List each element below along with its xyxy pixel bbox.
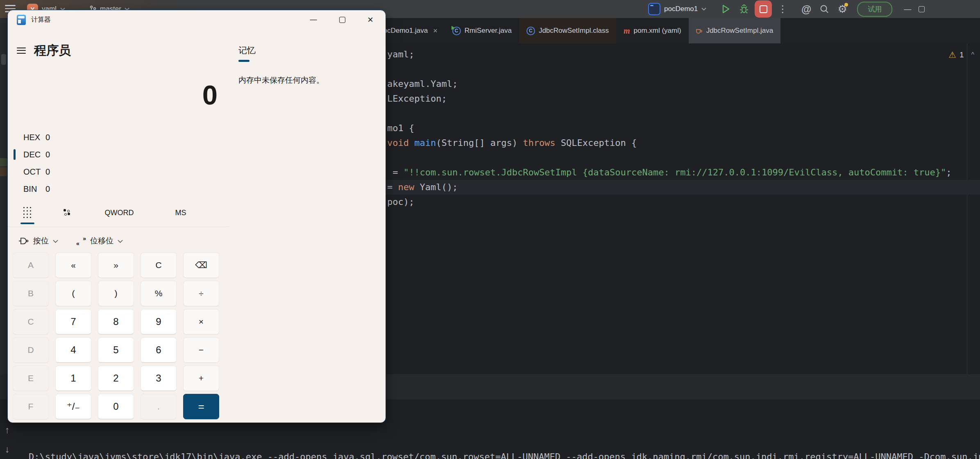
calc-menu-icon[interactable] [15, 45, 27, 57]
maximize-icon [919, 6, 925, 12]
key-backspace[interactable]: ⌫ [183, 252, 219, 278]
key-b: B [13, 281, 49, 306]
calculator-titlebar[interactable]: 计算器 — × [8, 10, 386, 29]
key-1[interactable]: 1 [55, 366, 91, 391]
key-9[interactable]: 9 [141, 309, 177, 334]
active-toggle-underline [20, 223, 34, 225]
key-a: A [13, 252, 49, 278]
at-icon: @ [801, 3, 811, 15]
memory-tab[interactable]: 记忆 [238, 45, 256, 62]
tab-jdbcrowsetimpl-java[interactable]: JdbcRowSetImpl.java [689, 18, 780, 43]
calc-maximize-button[interactable] [333, 10, 352, 29]
key-shift-left[interactable]: « [55, 252, 91, 278]
maven-icon: m [624, 26, 630, 36]
run-config-name: pocDemo1 [664, 5, 698, 13]
more-actions-button[interactable]: ⋮ [774, 0, 792, 18]
code-line: yaml; [387, 47, 952, 62]
code-line [387, 106, 952, 121]
tab-label: JdbcRowSetImpl.java [706, 27, 773, 35]
tab-jdbcrowsetimpl-class[interactable]: CJdbcRowSetImpl.class [519, 18, 616, 43]
bitshift-dropdown[interactable]: »« 位移位 [76, 236, 123, 246]
run-configuration-selector[interactable]: pocDemo1 [648, 3, 706, 15]
key-shift-right[interactable]: » [98, 252, 134, 278]
chevron-up-icon[interactable]: ^ [971, 51, 974, 59]
toolbar-right: pocDemo1 ⋮ @ ⚙ [648, 0, 928, 18]
code-line: void main(String[] args) throws SQLExcep… [387, 136, 952, 150]
play-icon [722, 5, 730, 14]
radix-label: OCT [23, 167, 45, 177]
run-config-icon [648, 3, 660, 15]
warning-count: 1 [960, 50, 964, 59]
tab-label: pom.xml (yaml) [633, 27, 681, 35]
class-icon: C [526, 27, 535, 35]
radix-row-hex[interactable]: HEX0 [8, 129, 218, 146]
divider [8, 227, 229, 227]
key-c: C [13, 309, 49, 334]
settings-button[interactable]: ⚙ [833, 0, 851, 18]
window-maximize-button[interactable] [914, 6, 928, 12]
bitwise-label: 按位 [33, 236, 49, 246]
key-2[interactable]: 2 [98, 366, 134, 391]
full-keypad-toggle[interactable] [8, 201, 47, 224]
key-clear[interactable]: C [141, 252, 177, 278]
warning-icon: ⚠ [948, 50, 956, 60]
key-0[interactable]: 0 [98, 394, 134, 419]
stop-button[interactable] [755, 0, 772, 18]
code-line: = "!!com.sun.rowset.JdbcRowSetImpl {data… [387, 165, 952, 180]
radix-row-oct[interactable]: OCT0 [8, 163, 218, 180]
console-output[interactable]: D:\study\java\jvms\store\jdk17\bin\java.… [29, 422, 980, 459]
scroll-down-icon[interactable]: ↓ [5, 445, 10, 454]
window-minimize-button[interactable]: — [901, 5, 914, 14]
radix-row-bin[interactable]: BIN0 [8, 180, 218, 198]
chevron-down-icon [118, 239, 123, 243]
debug-button[interactable] [735, 0, 753, 18]
code-line: akeyaml.Yaml; [387, 77, 952, 91]
bit-toggle-keypad[interactable] [47, 201, 86, 224]
tab-label: pocDemo1.java [379, 27, 428, 35]
calc-display: 0 [8, 79, 218, 111]
tab-close-icon[interactable]: × [433, 27, 438, 35]
key-minus[interactable]: − [183, 337, 219, 363]
calc-close-button[interactable]: × [361, 10, 380, 29]
memory-store-button[interactable]: MS [152, 201, 209, 224]
key-open-paren[interactable]: ( [55, 281, 91, 306]
tab-rmiserver-java[interactable]: CRmiServer.java [445, 18, 519, 43]
tab-label: RmiServer.java [465, 27, 512, 35]
radix-row-dec[interactable]: DEC0 [8, 146, 218, 163]
inspections-widget[interactable]: ⚠ 1 ^ [948, 50, 974, 60]
key-4[interactable]: 4 [55, 337, 91, 363]
run-button[interactable] [717, 0, 735, 18]
word-size-button[interactable]: QWORD [86, 201, 152, 224]
key-7[interactable]: 7 [55, 309, 91, 334]
maximize-icon [339, 17, 345, 23]
radix-label: HEX [23, 133, 45, 142]
key-8[interactable]: 8 [98, 309, 134, 334]
ai-assistant-button[interactable]: @ [797, 0, 815, 18]
key-f: F [13, 394, 49, 419]
key-percent[interactable]: % [141, 281, 177, 306]
radix-label: DEC [23, 150, 45, 159]
key-negate[interactable]: ⁺/₋ [55, 394, 91, 419]
key-6[interactable]: 6 [141, 337, 177, 363]
key-3[interactable]: 3 [141, 366, 177, 391]
search-everywhere-button[interactable] [815, 0, 833, 18]
keypad-icon [23, 207, 32, 219]
scroll-up-icon[interactable]: ↑ [5, 425, 10, 435]
tool-stripe-item[interactable] [0, 167, 7, 176]
key-close-paren[interactable]: ) [98, 281, 134, 306]
code-line: = new Yaml(); [387, 180, 952, 195]
operator-dropdowns: 按位 »« 位移位 [18, 232, 123, 250]
trial-badge[interactable]: 试用 [857, 2, 892, 17]
calc-minimize-button[interactable]: — [304, 10, 323, 29]
tool-stripe-item[interactable] [0, 158, 7, 166]
tab-pom-xml-yaml-[interactable]: mpom.xml (yaml) [616, 18, 689, 43]
tool-stripe-item[interactable] [1, 54, 6, 65]
code-line: LException; [387, 91, 952, 106]
calculator-keypad: A«»C⌫B()%÷C789×D456−E123+F⁺/₋0.= [13, 252, 219, 419]
bitwise-dropdown[interactable]: 按位 [18, 236, 58, 246]
key-5[interactable]: 5 [98, 337, 134, 363]
key-divide[interactable]: ÷ [183, 281, 219, 306]
key-equals[interactable]: = [183, 394, 219, 419]
key-multiply[interactable]: × [183, 309, 219, 334]
key-plus[interactable]: + [183, 366, 219, 391]
